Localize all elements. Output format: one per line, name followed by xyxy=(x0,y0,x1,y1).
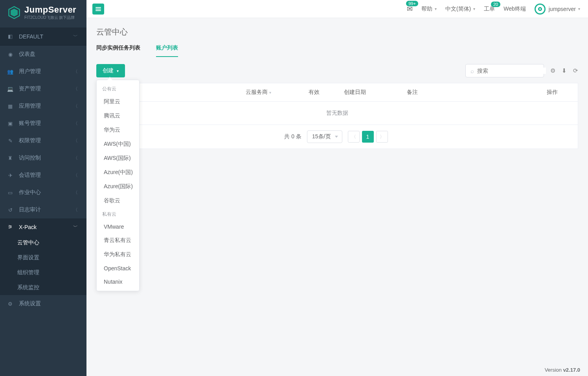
user-menu[interactable]: jumpserver ▾ xyxy=(535,4,580,15)
chevron-left-icon: 〈 xyxy=(73,189,78,196)
search-icon: ⌕ xyxy=(470,68,474,74)
dd-item-openstack[interactable]: OpenStack xyxy=(97,262,139,275)
nav-cloud-center[interactable]: 云管中心 xyxy=(0,235,86,250)
settings-icon[interactable]: ⚙ xyxy=(550,67,555,74)
chevron-down-icon: ▾ xyxy=(117,69,119,73)
search-input-wrapper[interactable]: ⌕ xyxy=(465,64,544,77)
page-title: 云管中心 xyxy=(96,27,578,37)
dd-item-azure-cn[interactable]: Azure(中国) xyxy=(97,165,139,180)
dashboard-icon: ◉ xyxy=(7,51,13,57)
users-icon: 👥 xyxy=(7,69,13,75)
chevron-left-icon: 〈 xyxy=(73,120,78,127)
refresh-icon[interactable]: ⟳ xyxy=(573,67,578,74)
chevron-down-icon: ﹀ xyxy=(73,33,78,40)
logo[interactable]: JumpServer FIT2CLOUD飞致云 旗下品牌 xyxy=(0,0,86,28)
dropdown-group-public: 公有云 xyxy=(97,83,139,95)
dd-item-huawei[interactable]: 华为云 xyxy=(97,123,139,137)
page-number-1[interactable]: 1 xyxy=(362,131,374,143)
th-remark: 备注 xyxy=(402,83,527,101)
hamburger-icon xyxy=(96,7,101,11)
chevron-down-icon: ▾ xyxy=(473,7,475,11)
gear-icon: ⚙ xyxy=(7,301,13,307)
nav-orgs[interactable]: 组织管理 xyxy=(0,265,86,280)
nav-monitor[interactable]: 系统监控 xyxy=(0,280,86,295)
create-button[interactable]: 创建 ▾ xyxy=(96,64,125,77)
dd-item-vmware[interactable]: VMware xyxy=(97,220,139,233)
nav-settings[interactable]: ⚙ 系统设置 xyxy=(0,295,86,312)
chevron-down-icon: ﹀ xyxy=(73,224,78,230)
language-menu[interactable]: 中文(简体) ▾ xyxy=(445,6,475,13)
page-size-select[interactable]: 15条/页 xyxy=(307,130,342,143)
svg-marker-1 xyxy=(11,9,18,17)
search-input[interactable] xyxy=(477,68,546,74)
tickets-link[interactable]: 工单 20 xyxy=(484,6,495,13)
book-icon: ▣ xyxy=(7,121,13,127)
chevron-left-icon: 〈 xyxy=(73,207,78,213)
nav-users[interactable]: 👥 用户管理 〈 xyxy=(0,63,86,80)
chevron-left-icon: 〈 xyxy=(73,86,78,92)
mail-button[interactable]: ✉ 99+ xyxy=(407,5,413,13)
dd-item-aws-intl[interactable]: AWS(国际) xyxy=(97,151,139,165)
sitemap-icon: ⚞ xyxy=(7,224,13,230)
tab-sync-tasks[interactable]: 同步实例任务列表 xyxy=(96,44,140,57)
nav-accounts[interactable]: ▣ 账号管理 〈 xyxy=(0,115,86,132)
org-name: DEFAULT xyxy=(19,33,73,40)
dd-item-aws-cn[interactable]: AWS(中国) xyxy=(97,137,139,151)
dd-item-azure-intl[interactable]: Azure(国际) xyxy=(97,180,139,194)
dd-item-gcp[interactable]: 谷歌云 xyxy=(97,194,139,208)
dd-item-nutanix[interactable]: Nutanix xyxy=(97,275,139,288)
th-provider[interactable]: 云服务商▾ xyxy=(241,83,304,101)
th-date: 创建日期 xyxy=(339,83,402,101)
webterminal-link[interactable]: Web终端 xyxy=(503,6,526,13)
version-footer: Version v2.17.0 xyxy=(545,367,580,373)
nav-audit[interactable]: ↺ 日志审计 〈 xyxy=(0,201,86,218)
dd-item-aliyun[interactable]: 阿里云 xyxy=(97,95,139,109)
nav-interface[interactable]: 界面设置 xyxy=(0,250,86,265)
nav-apps[interactable]: ▦ 应用管理 〈 xyxy=(0,97,86,115)
rocket-icon: ✈ xyxy=(7,172,13,178)
laptop-icon: 💻 xyxy=(7,86,13,92)
next-page-button[interactable]: 〉 xyxy=(376,131,388,143)
help-menu[interactable]: 帮助 ▾ xyxy=(421,6,437,13)
dropdown-group-private: 私有云 xyxy=(97,208,139,220)
terminal-icon: ▭ xyxy=(7,190,13,196)
grid-icon: ▦ xyxy=(7,103,13,109)
topbar: ✉ 99+ 帮助 ▾ 中文(简体) ▾ 工单 20 Web终端 jumpserv… xyxy=(86,0,588,18)
nav-dashboard[interactable]: ◉ 仪表盘 xyxy=(0,46,86,63)
bookmark-icon: ◧ xyxy=(7,33,13,39)
accounts-table: 名称▾ 云服务商▾ 有效 创建日期 备注 操作 暂无数据 共 0 条 15条/页… xyxy=(96,83,578,149)
dd-item-huawei-private[interactable]: 华为私有云 xyxy=(97,248,139,262)
nav-xpack[interactable]: ⚞ X-Pack ﹀ xyxy=(0,218,86,235)
chevron-down-icon: ▾ xyxy=(578,7,580,11)
nav-perms[interactable]: ✎ 权限管理 〈 xyxy=(0,132,86,149)
pagination-total: 共 0 条 xyxy=(284,133,301,140)
org-selector[interactable]: ◧ DEFAULT ﹀ xyxy=(0,28,86,46)
history-icon: ↺ xyxy=(7,207,13,213)
chevron-left-icon: 〈 xyxy=(73,172,78,179)
download-icon[interactable]: ⬇ xyxy=(562,67,567,74)
th-ops: 操作 xyxy=(527,83,578,101)
prev-page-button[interactable]: 〈 xyxy=(348,131,360,143)
th-valid: 有效 xyxy=(304,83,339,101)
nav-ops[interactable]: ▭ 作业中心 〈 xyxy=(0,184,86,201)
chevron-left-icon: 〈 xyxy=(73,155,78,161)
toggle-sidebar-button[interactable] xyxy=(92,4,104,15)
tab-accounts[interactable]: 账户列表 xyxy=(156,44,178,57)
tabs: 同步实例任务列表 账户列表 xyxy=(96,44,578,57)
chevron-left-icon: 〈 xyxy=(73,68,78,75)
sort-icon: ▾ xyxy=(269,90,271,95)
logo-icon xyxy=(7,6,21,20)
chevron-down-icon: ▾ xyxy=(435,7,437,11)
logo-title: JumpServer xyxy=(24,5,76,15)
nav-assets[interactable]: 💻 资产管理 〈 xyxy=(0,80,86,97)
nav-acl[interactable]: ♜ 访问控制 〈 xyxy=(0,149,86,167)
empty-state: 暂无数据 xyxy=(97,102,578,125)
mail-badge: 99+ xyxy=(406,1,418,6)
nav-sessions[interactable]: ✈ 会话管理 〈 xyxy=(0,167,86,184)
dd-item-qingcloud[interactable]: 青云私有云 xyxy=(97,233,139,248)
edit-icon: ✎ xyxy=(7,138,13,144)
toolbar: 创建 ▾ 公有云 阿里云 腾讯云 华为云 AWS(中国) AWS(国际) Azu… xyxy=(96,64,578,77)
main: ✉ 99+ 帮助 ▾ 中文(简体) ▾ 工单 20 Web终端 jumpserv… xyxy=(86,0,588,376)
dd-item-tencent[interactable]: 腾讯云 xyxy=(97,109,139,123)
logo-subtitle: FIT2CLOUD飞致云 旗下品牌 xyxy=(24,15,76,20)
